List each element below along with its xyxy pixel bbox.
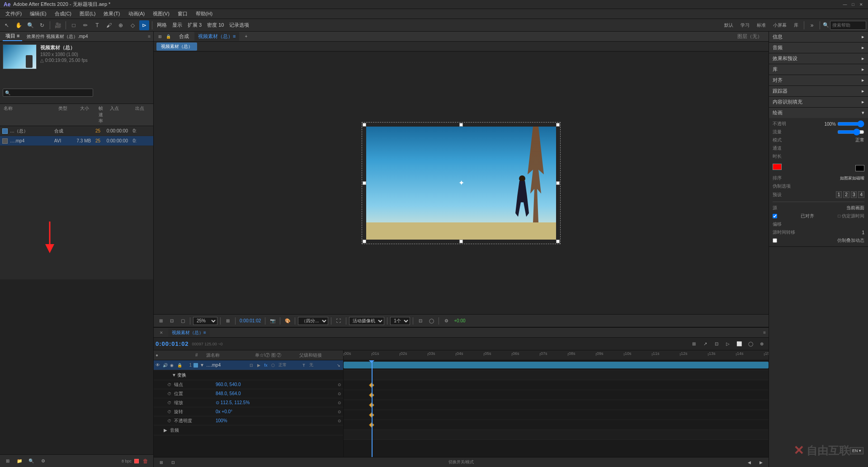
tl-prop-rotation[interactable]: ⏱ 旋转 0x +0.0° ⊙ <box>154 407 343 416</box>
paint-flow-slider[interactable] <box>837 130 864 134</box>
tl-tool7[interactable]: ⊕ <box>757 339 767 349</box>
title-bar-controls[interactable]: — □ ✕ <box>842 1 864 8</box>
tl-prop-scale[interactable]: ⏱ 缩放 ⊙ 112.5, 112.5% ⊙ <box>154 398 343 407</box>
opacity-reset[interactable]: ⊙ <box>338 419 341 423</box>
workspace-standard[interactable]: 标准 <box>754 20 769 30</box>
tool-rotate[interactable]: ↻ <box>37 20 47 30</box>
minimize-button[interactable]: — <box>842 1 848 8</box>
new-folder-btn[interactable]: 📁 <box>14 456 24 466</box>
maximize-button[interactable]: □ <box>850 1 856 8</box>
menu-help[interactable]: 帮助(H) <box>192 9 216 18</box>
tl-transform-group[interactable]: ▼ 变换 <box>154 370 343 380</box>
layer-parent-picker[interactable]: ↘ <box>336 360 341 370</box>
paint-bg-color[interactable] <box>855 165 864 171</box>
tl-tool3[interactable]: ⊡ <box>712 339 722 349</box>
comp-settings-btn[interactable]: ⊞ <box>156 32 164 42</box>
paint-mode-value[interactable]: 正常 <box>855 137 864 143</box>
layer-switch-motion[interactable]: ▶ <box>255 362 262 368</box>
menu-window[interactable]: 窗口 <box>174 9 191 18</box>
color-depth-indicator[interactable] <box>134 459 139 463</box>
section-align-header[interactable]: 对齐 ▸ <box>769 75 868 85</box>
asset-row-video[interactable]: ….mp4 AVI 7.3 MB 25 0:00:00:00 0: <box>0 136 153 146</box>
section-effects-header[interactable]: 效果和预设 ▸ <box>769 53 868 64</box>
paint-opacity-slider[interactable] <box>837 122 864 126</box>
audio-expand[interactable]: ▶ <box>164 428 167 433</box>
tl-tool6[interactable]: ◯ <box>745 339 755 349</box>
tool-mask[interactable]: □ <box>69 20 79 30</box>
position-stopwatch[interactable]: ⏱ <box>167 392 171 396</box>
tool-clone[interactable]: ⊕ <box>116 20 126 30</box>
tl-layer-1[interactable]: 👁 🔊 ◉ 🔒 1 ▼ ….mp4 ⊡ ▶ fx ⬡ 正常 T <box>154 360 343 370</box>
vc-3d-btn[interactable]: ⊡ <box>416 316 425 325</box>
paint-aligned-check[interactable] <box>773 214 777 218</box>
scale-value[interactable]: ⊙ 112.5, 112.5% <box>216 400 250 405</box>
layer-preserve-1[interactable]: T <box>301 362 307 368</box>
rotation-reset[interactable]: ⊙ <box>338 410 341 414</box>
comp-lock-btn[interactable]: 🔒 <box>165 32 172 42</box>
handle-middle-left[interactable] <box>363 181 366 185</box>
tl-tool2[interactable]: ↗ <box>700 339 710 349</box>
vc-render-btn[interactable]: ◯ <box>427 316 436 325</box>
asset-row-comp[interactable]: …（总） 合成 25 0:00:00:00 0: <box>0 126 153 136</box>
vc-views-select[interactable]: 1个 <box>390 317 410 325</box>
section-audio-header[interactable]: 音频 ▸ <box>769 42 868 53</box>
menu-composition[interactable]: 合成(C) <box>51 9 75 18</box>
preset-2[interactable]: 2 <box>843 191 849 198</box>
scale-reset[interactable]: ⊙ <box>338 401 341 405</box>
scale-stopwatch[interactable]: ⏱ <box>167 401 171 405</box>
layer-expand-1[interactable]: ▼ <box>200 363 205 368</box>
paint-clone-overlay-check[interactable] <box>773 238 777 243</box>
vc-fullscreen-btn[interactable]: ⛶ <box>334 316 343 325</box>
section-content-aware-header[interactable]: 内容识别填充 ▸ <box>769 97 868 107</box>
section-tracker-header[interactable]: 跟踪器 ▸ <box>769 86 868 96</box>
tool-camera[interactable]: 🎥 <box>53 20 63 30</box>
timeline-time-display[interactable]: 0:00:01:02 <box>156 340 189 347</box>
add-tab-btn[interactable]: + <box>241 32 251 42</box>
new-comp-btn[interactable]: ⊞ <box>3 456 13 466</box>
tl-prop-anchor[interactable]: ⏱ 锚点 960.0, 540.0 ⊙ <box>154 380 343 389</box>
layer-switch-mask[interactable]: ⊡ <box>248 362 255 368</box>
tl-comp-tab[interactable]: 视频素材（总）≡ <box>168 329 210 337</box>
layer-audio-1[interactable]: 🔊 <box>163 363 169 368</box>
tl-tool1[interactable]: ⊞ <box>689 339 699 349</box>
tool-text[interactable]: T <box>92 20 102 30</box>
tl-bottom-btn2[interactable]: ⊡ <box>168 458 178 467</box>
close-button[interactable]: ✕ <box>858 1 864 8</box>
preset-1[interactable]: 1 <box>836 191 842 198</box>
tl-bottom-btn3[interactable]: ◀ <box>744 458 754 467</box>
search-input[interactable] <box>830 21 866 30</box>
panel-menu-btn[interactable]: ≡ <box>148 34 151 39</box>
tl-close-btn[interactable]: ✕ <box>156 328 166 338</box>
paint-opacity-num[interactable]: 100% <box>824 122 836 127</box>
layer-lock-1[interactable]: 🔒 <box>177 363 184 368</box>
tool-eraser[interactable]: ◇ <box>127 20 137 30</box>
menu-edit[interactable]: 编辑(E) <box>26 9 50 18</box>
vc-camera-select[interactable]: 活动摄像机 <box>349 317 384 325</box>
vc-fit-btn[interactable]: ⊞ <box>223 316 232 325</box>
tl-prop-position[interactable]: ⏱ 位置 848.0, 564.0 ⊙ <box>154 389 343 398</box>
workspace-learn[interactable]: 学习 <box>738 20 752 30</box>
section-paint-header[interactable]: 绘画 ▾ <box>769 108 868 118</box>
tl-tool5[interactable]: ⬜ <box>734 339 744 349</box>
workspace-default[interactable]: 默认 <box>722 20 736 30</box>
delete-btn[interactable]: 🗑 <box>141 456 151 466</box>
menu-file[interactable]: 文件(F) <box>2 9 25 18</box>
menu-view[interactable]: 视图(V) <box>149 9 173 18</box>
tool-pen[interactable]: ✏ <box>80 20 90 30</box>
section-library-header[interactable]: 库 ▸ <box>769 64 868 75</box>
toolbar-more[interactable]: » <box>807 20 817 30</box>
timeline-playhead[interactable] <box>372 360 373 457</box>
vc-grid-btn[interactable]: ⊡ <box>167 316 176 325</box>
layer-solo-1[interactable]: ◉ <box>170 363 176 368</box>
layer-switch-3d[interactable]: ⬡ <box>270 362 276 368</box>
breadcrumb-item[interactable]: 视频素材（总） <box>156 42 197 51</box>
layer-eye-1[interactable]: 👁 <box>156 363 162 368</box>
anchor-reset[interactable]: ⊙ <box>338 382 341 387</box>
find-btn[interactable]: 🔍 <box>26 456 36 466</box>
tab-project[interactable]: 项目 ≡ <box>3 32 22 41</box>
vc-snap-btn[interactable]: ⊞ <box>156 316 165 325</box>
menu-effect[interactable]: 效果(T) <box>100 9 123 18</box>
paint-clone-value[interactable]: 如图家如磁嘴 <box>840 175 864 181</box>
menu-animation[interactable]: 动画(A) <box>125 9 149 18</box>
workspace-small[interactable]: 小屏幕 <box>770 20 789 30</box>
